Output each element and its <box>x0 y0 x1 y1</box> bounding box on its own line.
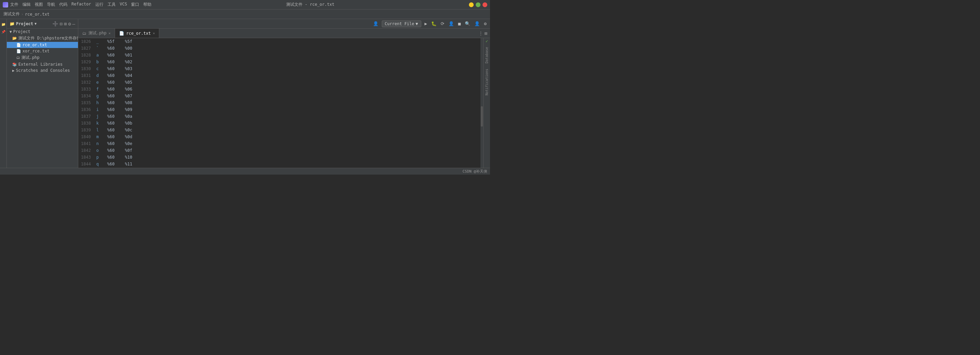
chevron-down-icon[interactable]: ▼ <box>35 22 37 25</box>
php-tab-icon: 🗂 <box>82 31 86 36</box>
code-line: h%60%08 <box>96 99 478 106</box>
file-valid-icon: ✓ <box>485 38 488 44</box>
settings-icon[interactable]: ⚙ <box>68 21 71 27</box>
database-label[interactable]: Database <box>484 44 489 66</box>
scrollbar-vertical[interactable] <box>480 38 483 168</box>
code-hex2: %09 <box>125 106 132 113</box>
activity-bar: 📁 📌 <box>0 19 7 168</box>
sidebar-item-project[interactable]: ▼ Project <box>7 29 78 35</box>
code-hex1: %60 <box>107 154 119 161</box>
status-bar: CSDN @补天侠 <box>0 168 490 175</box>
add-icon[interactable]: ➕ <box>52 21 58 27</box>
search-icon[interactable]: 🔍 <box>464 21 471 27</box>
sidebar-item-folder[interactable]: 📂 测试文件 D:\phpstorm文件存储\测试文件 <box>7 35 78 42</box>
code-char: a <box>96 52 102 59</box>
breadcrumb-part-2[interactable]: rce_or.txt <box>25 12 49 17</box>
code-hex1: %60 <box>107 92 119 99</box>
menu-vcs[interactable]: VCS <box>120 2 127 8</box>
user2-icon[interactable]: 👤 <box>474 21 480 27</box>
project-icon[interactable]: 📁 <box>1 21 6 27</box>
debug-icon[interactable]: 🐛 <box>430 21 437 27</box>
menu-file[interactable]: 文件 <box>10 2 18 8</box>
minimize-panel-icon[interactable]: — <box>73 21 75 27</box>
code-hex2: %04 <box>125 72 132 79</box>
sidebar-item-test-php[interactable]: 🗂 测试.php <box>7 54 78 61</box>
code-char: ` <box>96 45 102 52</box>
sidebar-item-external-libs[interactable]: 📚 External Libraries <box>7 61 78 67</box>
collapse-icon[interactable]: ⊟ <box>60 21 62 27</box>
code-char: e <box>96 79 102 86</box>
code-char: q <box>96 161 102 167</box>
toolbar-right: 👤 Current File ▼ ▶ 🐛 ⟳ 👤 ■ 🔍 👤 ⚙ <box>372 21 487 27</box>
notifications-label[interactable]: Notifications <box>484 66 489 98</box>
line-number: 1833 <box>81 86 91 92</box>
sidebar-item-rce-or[interactable]: 📄 rce_or.txt <box>7 42 78 48</box>
sidebar-item-scratches[interactable]: ▶ Scratches and Consoles <box>7 67 78 73</box>
tab-test-php-close[interactable]: ✕ <box>108 31 111 35</box>
scrollbar-thumb[interactable] <box>481 106 483 127</box>
tab-test-php[interactable]: 🗂 测试.php ✕ <box>78 29 115 38</box>
code-line: `%60%00 <box>96 45 478 52</box>
coverage-icon[interactable]: ⟳ <box>440 21 445 27</box>
pin-icon[interactable]: 📌 <box>1 29 6 34</box>
minimize-button[interactable] <box>469 2 474 7</box>
current-file-button[interactable]: Current File ▼ <box>382 21 421 27</box>
code-hex1: %60 <box>107 113 119 120</box>
code-hex1: %60 <box>107 72 119 79</box>
editor-container: 1826182718281829183018311832183318341835… <box>78 38 490 168</box>
profile-icon[interactable]: 👤 <box>448 21 455 27</box>
library-icon: 📚 <box>12 62 17 67</box>
code-line: _%5f%5f <box>96 38 478 45</box>
line-number: 1845 <box>81 167 91 168</box>
code-hex1: %60 <box>107 120 119 127</box>
menu-code[interactable]: 代码 <box>59 2 67 8</box>
sidebar-content: ▼ Project 📂 测试文件 D:\phpstorm文件存储\测试文件 📄 … <box>7 29 78 168</box>
sidebar: 📁 Project ▼ ➕ ⊟ ⊞ ⚙ — ▼ Project 📂 测试文件 D… <box>7 19 78 168</box>
maximize-button[interactable] <box>476 2 480 7</box>
sidebar-folder-label: 测试文件 D:\phpstorm文件存储\测试文件 <box>18 35 78 41</box>
code-char: l <box>96 127 102 134</box>
breadcrumb-part-1[interactable]: 测试文件 <box>3 11 20 17</box>
settings2-icon[interactable]: ⚙ <box>483 21 487 27</box>
stop-icon[interactable]: ■ <box>457 21 461 27</box>
code-hex1: %60 <box>107 45 119 52</box>
menu-tools[interactable]: 工具 <box>108 2 116 8</box>
sidebar-title: 📁 Project ▼ <box>10 21 37 26</box>
phpstorm-logo-icon <box>3 2 8 8</box>
code-hex1: %60 <box>107 147 119 154</box>
code-char: j <box>96 113 102 120</box>
sidebar-item-xor-rce[interactable]: 📄 xor_rce.txt <box>7 48 78 54</box>
tab-bar: 🗂 测试.php ✕ 📄 rce_or.txt ✕ ⋮ ⊞ <box>78 29 490 38</box>
line-number: 1844 <box>81 161 91 167</box>
tab-test-php-label: 测试.php <box>89 30 107 36</box>
close-button[interactable] <box>482 2 487 7</box>
filter-icon[interactable]: ⊞ <box>64 21 67 27</box>
tab-rce-or-close[interactable]: ✕ <box>153 31 155 35</box>
code-hex1: %60 <box>107 161 119 167</box>
code-line: j%60%0a <box>96 113 478 120</box>
account-icon[interactable]: 👤 <box>372 21 379 27</box>
editor-area: 1826182718281829183018311832183318341835… <box>78 38 480 168</box>
more-tabs-icon[interactable]: ⋮ <box>479 31 483 36</box>
menu-edit[interactable]: 编辑 <box>22 2 30 8</box>
menu-help[interactable]: 帮助 <box>143 2 151 8</box>
chevron-icon: ▼ <box>10 30 12 34</box>
code-lines[interactable]: _%5f%5f`%60%00a%60%01b%60%02c%60%03d%60%… <box>94 38 480 168</box>
code-hex2: %0d <box>125 134 132 140</box>
line-number: 1842 <box>81 147 91 154</box>
code-line: b%60%02 <box>96 59 478 65</box>
menu-refactor[interactable]: Refactor <box>72 2 91 8</box>
tab-rce-or[interactable]: 📄 rce_or.txt ✕ <box>115 29 159 38</box>
code-hex1: %60 <box>107 59 119 65</box>
menu-window[interactable]: 窗口 <box>131 2 139 8</box>
code-line: e%60%05 <box>96 79 478 86</box>
split-editor-icon[interactable]: ⊞ <box>485 31 487 36</box>
code-char: i <box>96 106 102 113</box>
menu-view[interactable]: 视图 <box>35 2 43 8</box>
sidebar-test-php-label: 测试.php <box>21 55 40 60</box>
menu-navigate[interactable]: 导航 <box>47 2 55 8</box>
menu-run[interactable]: 运行 <box>95 2 103 8</box>
status-text: CSDN @补天侠 <box>463 169 487 174</box>
code-hex1: %60 <box>107 52 119 59</box>
run-icon[interactable]: ▶ <box>424 21 428 27</box>
